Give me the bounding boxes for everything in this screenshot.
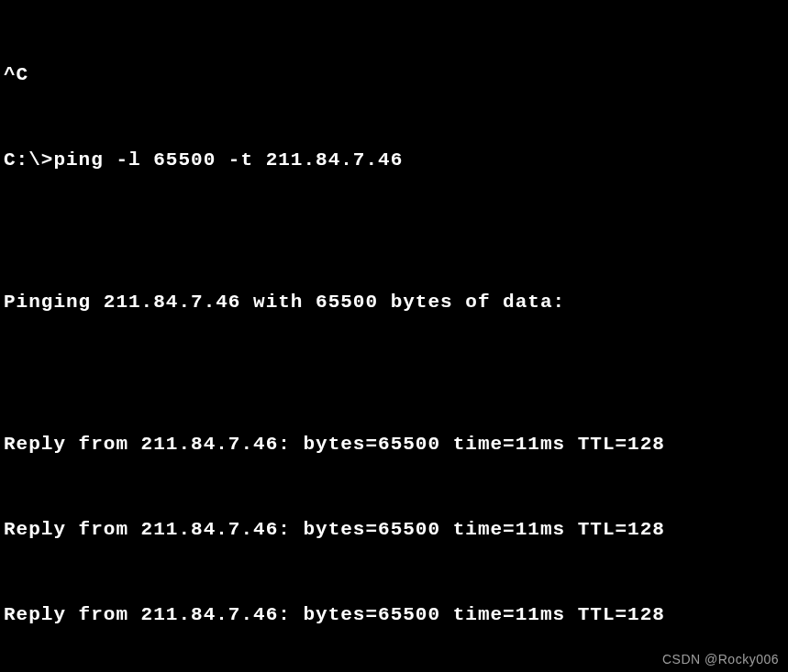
ping-reply-line: Reply from 211.84.7.46: bytes=65500 time… [4,430,784,458]
pinging-header: Pinging 211.84.7.46 with 65500 bytes of … [4,288,784,316]
ping-reply-line: Reply from 211.84.7.46: bytes=65500 time… [4,600,784,629]
ping-reply-line: Reply from 211.84.7.46: bytes=65500 time… [4,515,784,544]
terminal-window[interactable]: ^C C:\>ping -l 65500 -t 211.84.7.46 Ping… [0,0,788,672]
interrupt-signal: ^C [4,61,784,89]
watermark-text: CSDN @Rocky006 [662,652,779,666]
command-prompt-line: C:\>ping -l 65500 -t 211.84.7.46 [4,146,784,174]
